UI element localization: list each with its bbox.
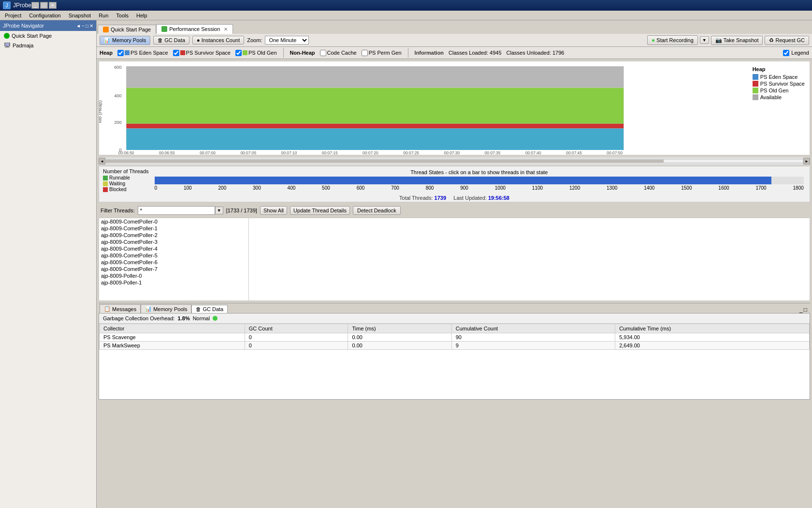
gc-data-label: GC Data [164,37,185,43]
thread-list[interactable]: ajp-8009-CometPoller-0 ajp-8009-CometPol… [99,218,249,300]
detect-deadlock-button[interactable]: Detect Deadlock [353,206,401,215]
thread-item-8[interactable]: ajp-8009-Poller-0 [99,272,248,279]
legend-row-available: Available [753,94,805,100]
bottom-panel-min[interactable]: _ [799,306,803,313]
ps-survivor-space-color [180,50,185,55]
ps-old-gen-checkbox-item: PS Old Gen [235,50,277,56]
svg-text:00:07:20: 00:07:20 [362,150,378,155]
recording-dropdown-button[interactable]: ▼ [700,36,709,44]
legend-checkbox[interactable] [783,50,789,56]
last-updated-value: 19:56:58 [488,195,509,201]
legend-area: Legend [783,50,809,56]
menu-item-run[interactable]: Run [95,12,112,19]
sidebar-nav-left[interactable]: ◄ [76,23,81,29]
axis-1100: 1100 [532,185,543,191]
tab-close-icon[interactable]: ✕ [224,27,228,32]
instances-count-button[interactable]: ● Instances Count [192,36,244,45]
svg-rect-2 [6,46,9,47]
gc-row-1-time: 0.00 [348,342,451,350]
zoom-select[interactable]: One Minute Five Minutes Ten Minutes All [265,36,309,45]
scroll-thumb[interactable] [106,160,664,163]
thread-bar[interactable] [155,177,804,184]
sidebar-nav-min[interactable]: − [82,23,85,29]
filter-label: Filter Threads: [101,208,135,213]
thread-item-9[interactable]: ajp-8009-Poller-1 [99,279,248,286]
thread-item-3[interactable]: ajp-8009-CometPoller-3 [99,239,248,245]
scroll-right-btn[interactable]: ► [803,158,810,164]
bottom-panel-max[interactable]: □ [804,306,807,313]
ps-perm-gen-checkbox[interactable] [362,50,368,56]
thread-item-4[interactable]: ajp-8009-CometPoller-4 [99,245,248,252]
sidebar-nav-max[interactable]: □ [86,23,88,29]
menu-item-snapshot[interactable]: Snapshot [65,12,95,19]
detect-deadlock-label: Detect Deadlock [357,208,396,213]
gc-row-1-cum-count: 9 [451,342,615,350]
update-thread-details-button[interactable]: Update Thread Details [290,206,350,215]
code-cache-checkbox[interactable] [320,50,326,56]
axis-1800: 1800 [793,185,804,191]
start-recording-button[interactable]: ● Start Recording [647,35,698,45]
tab-gc-data[interactable]: 🗑 GC Data [191,305,228,313]
thread-item-5[interactable]: ajp-8009-CometPoller-5 [99,252,248,259]
ps-survivor-space-checkbox[interactable] [173,50,179,56]
sidebar-nav-close[interactable]: ✕ [89,23,93,29]
sidebar-item-quickstart[interactable]: Quick Start Page [0,31,96,41]
col-cumulative-count: Cumulative Count [451,324,615,333]
chart-scrollbar[interactable]: ◄ ► [99,157,810,165]
menu-item-tools[interactable]: Tools [112,12,132,19]
scroll-left-btn[interactable]: ◄ [99,158,105,164]
ps-perm-gen-checkbox-item: PS Perm Gen [362,50,402,56]
memory-pools-button[interactable]: 📊 Memory Pools [100,36,150,45]
svg-text:00:07:50: 00:07:50 [607,150,623,155]
filter-input[interactable] [138,206,215,215]
ps-eden-space-checkbox[interactable] [117,50,124,56]
memory-pools-label: Memory Pools [112,37,146,43]
take-snapshot-button[interactable]: 📷 Take Snapshot [711,36,763,45]
menubar: ProjectConfigurationSnapshotRunToolsHelp [0,11,812,20]
bottom-tab-bar: 📋 Messages 📊 Memory Pools 🗑 GC Data _ □ [99,303,810,313]
scroll-track[interactable] [105,159,803,163]
close-button[interactable]: ✕ [49,2,57,9]
svg-rect-1 [5,43,9,46]
gc-row-0-time: 0.00 [348,333,451,342]
tab-icon-quickstart [103,27,109,32]
request-gc-button[interactable]: ♻ Request GC [765,36,809,45]
tab-quickstart[interactable]: Quick Start Page [98,25,156,34]
messages-icon: 📋 [104,306,111,312]
gc-row-0-cum-time: 5,934.00 [615,333,810,342]
axis-1000: 1000 [495,185,506,191]
thread-item-7[interactable]: ajp-8009-CometPoller-7 [99,266,248,272]
tab-memory-pools[interactable]: 📊 Memory Pools [141,304,191,313]
menu-item-configuration[interactable]: Configuration [25,12,64,19]
chart-legend: Heap PS Eden Space PS Survivor Space PS … [753,66,805,101]
app-icon: J [3,1,11,9]
minimize-button[interactable]: _ [31,2,39,9]
show-all-button[interactable]: Show All [260,206,287,215]
col-time-ms: Time (ms) [348,324,451,333]
svg-text:00:07:40: 00:07:40 [525,150,541,155]
svg-text:00:07:25: 00:07:25 [403,150,419,155]
svg-text:00:07:00: 00:07:00 [200,150,216,155]
maximize-button[interactable]: □ [40,2,48,9]
gc-data-button[interactable]: 🗑 GC Data [153,36,189,45]
code-cache-checkbox-item: Code Cache [320,50,357,56]
menu-item-help[interactable]: Help [132,12,151,19]
tab-messages[interactable]: 📋 Messages [100,304,141,313]
sidebar-item-padmaja[interactable]: Padmaja [0,41,96,50]
menu-item-project[interactable]: Project [1,12,25,19]
tab-performance[interactable]: Performance Session ✕ [156,24,233,34]
titlebar-controls[interactable]: _ □ ✕ [31,2,57,9]
thread-list-container: ajp-8009-CometPoller-0 ajp-8009-CometPol… [99,218,810,301]
bottom-panel: 📋 Messages 📊 Memory Pools 🗑 GC Data _ □ [99,303,810,400]
memory-pools-icon: 📊 [104,37,111,44]
thread-item-6[interactable]: ajp-8009-CometPoller-6 [99,259,248,266]
ps-old-gen-checkbox[interactable] [235,50,242,56]
sidebar: JProbe Navigator ◄ − □ ✕ Quick Start Pag… [0,20,97,508]
thread-item-1[interactable]: ajp-8009-CometPoller-1 [99,225,248,232]
thread-item-2[interactable]: ajp-8009-CometPoller-2 [99,232,248,239]
svg-text:600: 600 [114,64,122,70]
filter-dropdown-button[interactable]: ▼ [215,207,223,214]
legend-swatch-eden [753,74,758,80]
thread-item-0[interactable]: ajp-8009-CometPoller-0 [99,218,248,225]
tab-icon-performance [161,26,167,32]
